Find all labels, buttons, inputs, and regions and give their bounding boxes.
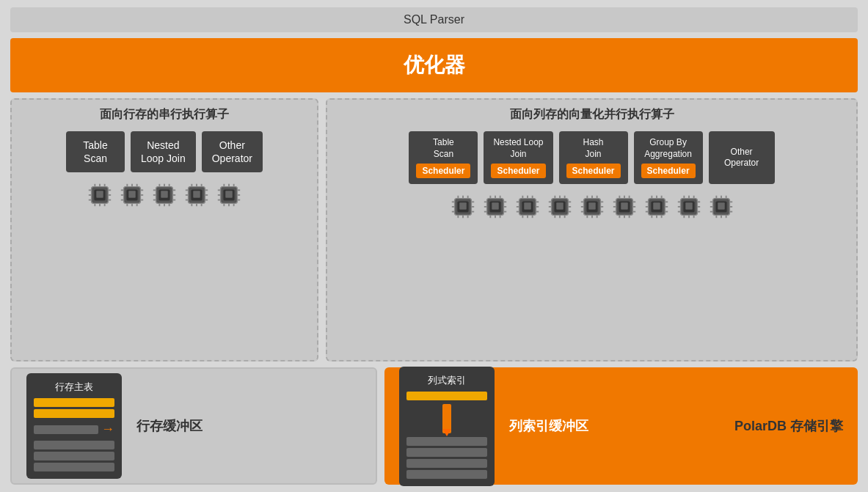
svg-rect-92 [492, 202, 499, 210]
svg-rect-107 [524, 202, 531, 210]
col-nested-loop-scheduler: Scheduler [491, 164, 545, 178]
svg-rect-182 [685, 202, 693, 210]
col-hash-join-label: HashJoin [583, 137, 604, 160]
row-table-scan-block: TableScan [66, 131, 125, 172]
cpu-chip-c1 [449, 193, 477, 221]
row-arrow-icon: → [101, 422, 114, 437]
svg-rect-17 [128, 191, 136, 199]
col-hash-join-scheduler: Scheduler [566, 164, 621, 178]
cpu-chip-c7 [643, 193, 671, 221]
optimizer-label: 优化器 [404, 54, 465, 76]
sql-parser-bar: SQL Parser [10, 7, 858, 32]
col-buffer-label: 列索引缓冲区 [509, 417, 588, 435]
cpu-chip-c9 [707, 193, 735, 221]
row-nested-loop-label: NestedLoop Join [141, 139, 186, 165]
row-buffer-label: 行存缓冲区 [136, 417, 203, 435]
cpu-chip-c4 [546, 193, 574, 221]
cpu-chip-c3 [514, 193, 541, 221]
col-vis-5 [406, 470, 487, 479]
col-table-scan-scheduler: Scheduler [416, 164, 470, 178]
row-vis-3 [34, 441, 114, 449]
cpu-chip-r3 [150, 181, 178, 209]
row-vis-5 [34, 463, 114, 471]
svg-rect-167 [653, 202, 660, 210]
row-vis-4 [34, 452, 114, 460]
svg-rect-122 [556, 202, 564, 210]
row-executor-title: 面向行存的串行执行算子 [19, 107, 310, 122]
svg-rect-77 [459, 202, 467, 210]
col-other-op-block: OtherOperator [709, 131, 775, 184]
svg-rect-152 [621, 202, 628, 210]
col-vis-3 [406, 448, 487, 457]
svg-rect-62 [225, 191, 233, 199]
col-group-by-block: Group ByAggregation Scheduler [634, 131, 703, 184]
svg-rect-197 [718, 202, 725, 210]
row-table-scan-label: TableScan [83, 139, 107, 165]
cpu-chip-r2 [118, 181, 146, 209]
row-vis-arrow-line [34, 425, 98, 434]
col-table-title: 列式索引 [406, 374, 487, 387]
cpu-chip-c8 [675, 193, 703, 221]
row-table-title: 行存主表 [34, 381, 114, 394]
svg-rect-47 [193, 191, 200, 199]
col-vis-2 [406, 437, 487, 446]
col-nested-loop-block: Nested LoopJoin Scheduler [484, 131, 552, 184]
row-table-box: 行存主表 → [26, 373, 122, 479]
sql-parser-label: SQL Parser [404, 13, 464, 26]
col-table-visual [406, 392, 487, 479]
row-vis-2 [34, 409, 114, 418]
col-group-by-label: Group ByAggregation [644, 137, 692, 160]
row-other-op-label: OtherOperator [212, 139, 252, 165]
col-executor-box: 面向列存的向量化并行执行算子 TableScan Scheduler Neste… [326, 98, 858, 361]
svg-rect-2 [96, 191, 103, 199]
cpu-chip-r1 [86, 181, 114, 209]
col-chips-row [335, 190, 849, 224]
col-index-box: 列式索引 [399, 367, 495, 486]
main-container: SQL Parser 优化器 面向行存的串行执行算子 TableScan Nes… [0, 0, 868, 492]
col-operators-row: TableScan Scheduler Nested LoopJoin Sche… [335, 131, 849, 184]
row-executor-box: 面向行存的串行执行算子 TableScan NestedLoop Join Ot… [10, 98, 318, 361]
svg-rect-137 [588, 202, 596, 210]
col-other-op-label: OtherOperator [724, 147, 759, 169]
col-table-scan-label: TableScan [433, 137, 454, 160]
col-table-scan-block: TableScan Scheduler [409, 131, 478, 184]
col-executor-title: 面向列存的向量化并行执行算子 [335, 107, 849, 122]
cpu-chip-c6 [610, 193, 638, 221]
col-vis-4 [406, 459, 487, 468]
row-storage-box: 行存主表 → 行存缓冲区 [10, 367, 377, 485]
col-vis-1 [406, 392, 487, 400]
bottom-section: 行存主表 → 行存缓冲区 列式索引 [10, 367, 858, 485]
cpu-chip-c5 [578, 193, 606, 221]
executors-section: 面向行存的串行执行算子 TableScan NestedLoop Join Ot… [10, 98, 858, 361]
row-nested-loop-block: NestedLoop Join [131, 131, 196, 172]
row-vis-1 [34, 398, 114, 407]
col-storage-box: 列式索引 列索引缓冲区 PolarDB 存储引擎 [384, 367, 858, 485]
down-arrow-icon [442, 429, 451, 436]
cpu-chip-r5 [215, 181, 243, 209]
row-other-op-block: OtherOperator [202, 131, 263, 172]
row-operators-row: TableScan NestedLoop Join OtherOperator [19, 131, 310, 172]
polardb-engine-label: PolarDB 存储引擎 [734, 417, 843, 435]
row-chips-row [19, 178, 310, 212]
col-group-by-scheduler: Scheduler [641, 164, 696, 178]
cpu-chip-r4 [183, 181, 211, 209]
svg-rect-32 [161, 191, 168, 199]
col-hash-join-block: HashJoin Scheduler [559, 131, 628, 184]
col-nested-loop-label: Nested LoopJoin [493, 137, 543, 160]
optimizer-bar: 优化器 [10, 38, 858, 92]
cpu-chip-c2 [481, 193, 509, 221]
row-table-visual: → [34, 398, 114, 471]
